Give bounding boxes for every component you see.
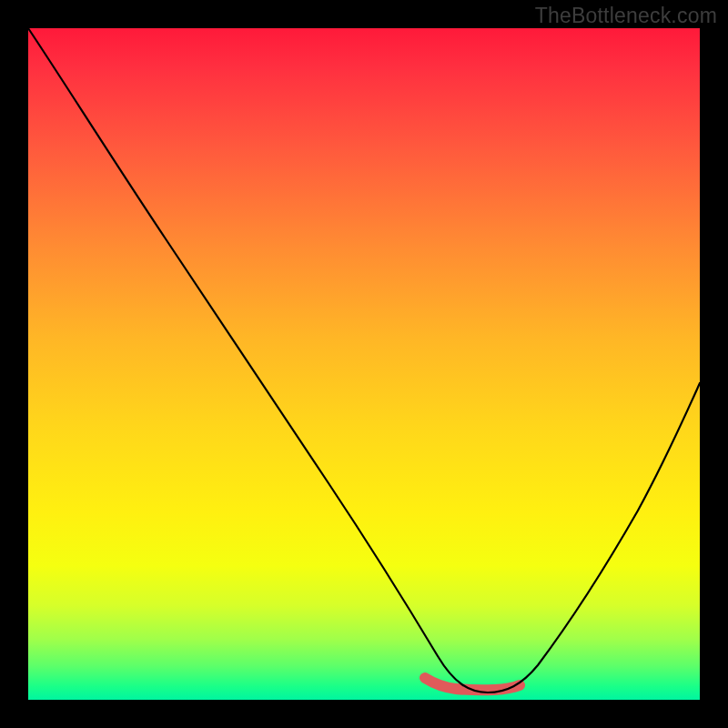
plot-area	[28, 28, 700, 700]
bottleneck-curve	[28, 28, 700, 693]
highlight-segment	[425, 678, 520, 690]
chart-frame: TheBottleneck.com	[0, 0, 728, 728]
curve-svg	[28, 28, 700, 700]
watermark-text: TheBottleneck.com	[535, 4, 717, 28]
